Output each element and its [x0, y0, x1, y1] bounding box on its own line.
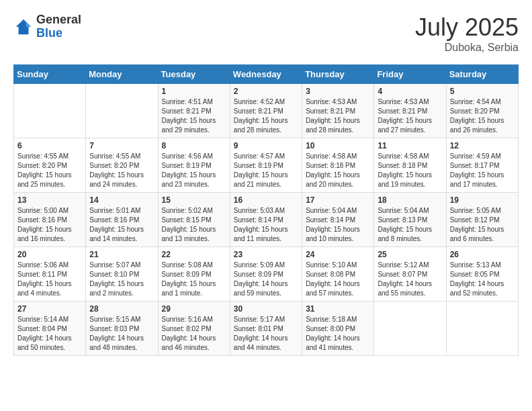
cell-week5-day2: 29Sunrise: 5:16 AMSunset: 8:02 PMDayligh…: [158, 302, 230, 356]
cell-week4-day2: 22Sunrise: 5:08 AMSunset: 8:09 PMDayligh…: [158, 247, 230, 302]
cell-week2-day6: 12Sunrise: 4:59 AMSunset: 8:17 PMDayligh…: [446, 138, 518, 193]
day-info: Sunrise: 4:57 AMSunset: 8:19 PMDaylight:…: [234, 152, 298, 189]
col-wednesday: Wednesday: [230, 65, 302, 84]
cell-week2-day3: 9Sunrise: 4:57 AMSunset: 8:19 PMDaylight…: [230, 138, 302, 193]
cell-week5-day0: 27Sunrise: 5:14 AMSunset: 8:04 PMDayligh…: [14, 302, 86, 356]
day-number: 14: [89, 195, 154, 205]
day-info: Sunrise: 5:18 AMSunset: 8:00 PMDaylight:…: [306, 315, 370, 353]
cell-week2-day0: 6Sunrise: 4:55 AMSunset: 8:20 PMDaylight…: [14, 138, 86, 193]
day-info: Sunrise: 5:08 AMSunset: 8:09 PMDaylight:…: [162, 261, 226, 298]
day-info: Sunrise: 5:15 AMSunset: 8:03 PMDaylight:…: [89, 315, 154, 353]
cell-week5-day3: 30Sunrise: 5:17 AMSunset: 8:01 PMDayligh…: [230, 302, 302, 356]
page-header: General Blue July 2025 Duboka, Serbia: [13, 13, 519, 54]
week-row-2: 6Sunrise: 4:55 AMSunset: 8:20 PMDaylight…: [14, 138, 519, 193]
day-info: Sunrise: 5:12 AMSunset: 8:07 PMDaylight:…: [378, 261, 442, 298]
calendar-body: 1Sunrise: 4:51 AMSunset: 8:21 PMDaylight…: [14, 84, 519, 356]
day-number: 19: [450, 195, 515, 205]
day-number: 11: [378, 141, 442, 150]
title-block: July 2025 Duboka, Serbia: [415, 13, 519, 54]
day-info: Sunrise: 5:01 AMSunset: 8:16 PMDaylight:…: [89, 206, 154, 244]
cell-week2-day2: 8Sunrise: 4:56 AMSunset: 8:19 PMDaylight…: [158, 138, 230, 193]
header-row: Sunday Monday Tuesday Wednesday Thursday…: [14, 65, 519, 84]
logo-blue: Blue: [36, 27, 81, 40]
col-sunday: Sunday: [14, 65, 86, 84]
day-info: Sunrise: 4:55 AMSunset: 8:20 PMDaylight:…: [17, 152, 82, 189]
cell-week4-day5: 25Sunrise: 5:12 AMSunset: 8:07 PMDayligh…: [374, 247, 446, 302]
day-number: 15: [162, 195, 226, 205]
day-info: Sunrise: 4:54 AMSunset: 8:20 PMDaylight:…: [450, 97, 515, 135]
col-saturday: Saturday: [446, 65, 518, 84]
week-row-3: 13Sunrise: 5:00 AMSunset: 8:16 PMDayligh…: [14, 193, 519, 247]
day-info: Sunrise: 4:56 AMSunset: 8:19 PMDaylight:…: [162, 152, 226, 189]
cell-week2-day4: 10Sunrise: 4:58 AMSunset: 8:18 PMDayligh…: [302, 138, 374, 193]
day-number: 2: [234, 87, 298, 96]
cell-week4-day1: 21Sunrise: 5:07 AMSunset: 8:10 PMDayligh…: [86, 247, 158, 302]
cell-week3-day4: 17Sunrise: 5:04 AMSunset: 8:14 PMDayligh…: [302, 193, 374, 247]
day-info: Sunrise: 5:14 AMSunset: 8:04 PMDaylight:…: [17, 315, 82, 353]
day-info: Sunrise: 4:52 AMSunset: 8:21 PMDaylight:…: [234, 97, 298, 135]
cell-week1-day2: 1Sunrise: 4:51 AMSunset: 8:21 PMDaylight…: [158, 84, 230, 138]
day-number: 21: [89, 250, 154, 259]
day-info: Sunrise: 5:04 AMSunset: 8:14 PMDaylight:…: [306, 206, 370, 244]
day-number: 24: [306, 250, 370, 259]
day-info: Sunrise: 5:03 AMSunset: 8:14 PMDaylight:…: [234, 206, 298, 244]
day-number: 23: [234, 250, 298, 259]
cell-week1-day0: [14, 84, 86, 138]
day-number: 13: [17, 195, 82, 205]
calendar-header: Sunday Monday Tuesday Wednesday Thursday…: [14, 65, 519, 84]
day-number: 29: [162, 304, 226, 314]
col-monday: Monday: [86, 65, 158, 84]
cell-week5-day4: 31Sunrise: 5:18 AMSunset: 8:00 PMDayligh…: [302, 302, 374, 356]
day-number: 18: [378, 195, 442, 205]
day-info: Sunrise: 5:04 AMSunset: 8:13 PMDaylight:…: [378, 206, 442, 244]
day-info: Sunrise: 4:55 AMSunset: 8:20 PMDaylight:…: [89, 152, 154, 189]
col-thursday: Thursday: [302, 65, 374, 84]
week-row-4: 20Sunrise: 5:06 AMSunset: 8:11 PMDayligh…: [14, 247, 519, 302]
day-info: Sunrise: 4:53 AMSunset: 8:21 PMDaylight:…: [306, 97, 370, 135]
calendar-table: Sunday Monday Tuesday Wednesday Thursday…: [13, 64, 519, 356]
cell-week2-day1: 7Sunrise: 4:55 AMSunset: 8:20 PMDaylight…: [86, 138, 158, 193]
month-year: July 2025: [415, 13, 519, 42]
day-info: Sunrise: 4:58 AMSunset: 8:18 PMDaylight:…: [378, 152, 442, 189]
cell-week1-day3: 2Sunrise: 4:52 AMSunset: 8:21 PMDaylight…: [230, 84, 302, 138]
week-row-1: 1Sunrise: 4:51 AMSunset: 8:21 PMDaylight…: [14, 84, 519, 138]
day-number: 26: [450, 250, 515, 259]
cell-week3-day3: 16Sunrise: 5:03 AMSunset: 8:14 PMDayligh…: [230, 193, 302, 247]
day-number: 8: [162, 141, 226, 150]
cell-week3-day1: 14Sunrise: 5:01 AMSunset: 8:16 PMDayligh…: [86, 193, 158, 247]
day-number: 5: [450, 87, 515, 96]
day-number: 25: [378, 250, 442, 259]
day-info: Sunrise: 5:07 AMSunset: 8:10 PMDaylight:…: [89, 261, 154, 298]
cell-week1-day4: 3Sunrise: 4:53 AMSunset: 8:21 PMDaylight…: [302, 84, 374, 138]
day-info: Sunrise: 5:05 AMSunset: 8:12 PMDaylight:…: [450, 206, 515, 244]
day-number: 7: [89, 141, 154, 150]
cell-week4-day3: 23Sunrise: 5:09 AMSunset: 8:09 PMDayligh…: [230, 247, 302, 302]
cell-week4-day0: 20Sunrise: 5:06 AMSunset: 8:11 PMDayligh…: [14, 247, 86, 302]
week-row-5: 27Sunrise: 5:14 AMSunset: 8:04 PMDayligh…: [14, 302, 519, 356]
day-info: Sunrise: 5:09 AMSunset: 8:09 PMDaylight:…: [234, 261, 298, 298]
day-info: Sunrise: 5:10 AMSunset: 8:08 PMDaylight:…: [306, 261, 370, 298]
cell-week3-day5: 18Sunrise: 5:04 AMSunset: 8:13 PMDayligh…: [374, 193, 446, 247]
day-number: 27: [17, 304, 82, 314]
day-number: 16: [234, 195, 298, 205]
day-number: 1: [162, 87, 226, 96]
cell-week1-day5: 4Sunrise: 4:53 AMSunset: 8:21 PMDaylight…: [374, 84, 446, 138]
day-info: Sunrise: 5:00 AMSunset: 8:16 PMDaylight:…: [17, 206, 82, 244]
day-info: Sunrise: 5:13 AMSunset: 8:05 PMDaylight:…: [450, 261, 515, 298]
day-number: 31: [306, 304, 370, 314]
day-number: 17: [306, 195, 370, 205]
cell-week2-day5: 11Sunrise: 4:58 AMSunset: 8:18 PMDayligh…: [374, 138, 446, 193]
cell-week5-day1: 28Sunrise: 5:15 AMSunset: 8:03 PMDayligh…: [86, 302, 158, 356]
cell-week4-day4: 24Sunrise: 5:10 AMSunset: 8:08 PMDayligh…: [302, 247, 374, 302]
day-info: Sunrise: 5:16 AMSunset: 8:02 PMDaylight:…: [162, 315, 226, 353]
cell-week3-day0: 13Sunrise: 5:00 AMSunset: 8:16 PMDayligh…: [14, 193, 86, 247]
day-number: 12: [450, 141, 515, 150]
cell-week3-day6: 19Sunrise: 5:05 AMSunset: 8:12 PMDayligh…: [446, 193, 518, 247]
day-number: 30: [234, 304, 298, 314]
day-number: 20: [17, 250, 82, 259]
day-number: 6: [17, 141, 82, 150]
logo-icon: [13, 17, 34, 37]
col-friday: Friday: [374, 65, 446, 84]
day-info: Sunrise: 4:59 AMSunset: 8:17 PMDaylight:…: [450, 152, 515, 189]
day-info: Sunrise: 5:02 AMSunset: 8:15 PMDaylight:…: [162, 206, 226, 244]
